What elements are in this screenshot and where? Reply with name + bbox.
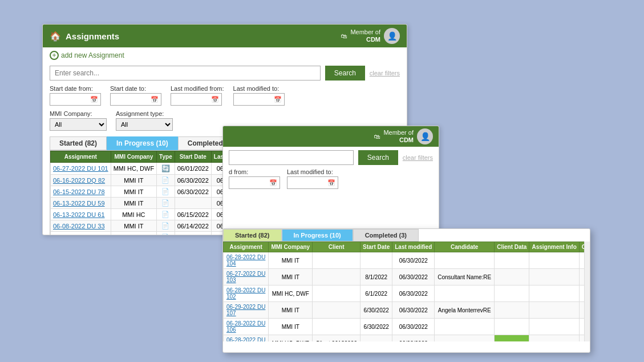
search-button[interactable]: Search xyxy=(325,66,365,81)
w3-col-assignment: Assignment xyxy=(224,242,269,252)
w3-col-modified: Last modified xyxy=(392,242,435,252)
search-bar: Search clear filters xyxy=(43,63,407,83)
calendar-icon-3[interactable]: 📅 xyxy=(211,96,219,103)
assignment-link[interactable]: 06-27-2022 DU 101 xyxy=(51,163,111,175)
w3-start xyxy=(361,335,392,342)
assignment-link[interactable]: 06-14-2022 DU 55 xyxy=(51,232,111,236)
w3-company: MMI IT xyxy=(269,269,313,285)
window3: Started (82) In Progress (10) Completed … xyxy=(222,228,590,353)
w3-tab-started[interactable]: Started (82) xyxy=(223,229,282,242)
assignment-type-select[interactable]: All xyxy=(116,118,173,131)
add-new-label: add new Assignment xyxy=(61,51,124,59)
w2-search-area: Search clear filters d from: 📅 Last modi… xyxy=(223,147,439,192)
w3-assignment-link[interactable]: 06-27-2022 DU103 xyxy=(224,269,269,285)
window1-header: 🏠 Assignments 🛍 Member of CDM 👤 xyxy=(43,25,407,47)
w3-tab-completed[interactable]: Completed (3) xyxy=(353,229,419,242)
col-assignment: Assignment xyxy=(51,151,111,163)
cal-icon-w2a[interactable]: 📅 xyxy=(269,179,277,187)
header-left: 🏠 Assignments xyxy=(50,31,119,42)
w2-search-input[interactable] xyxy=(229,150,354,165)
type-cell: 🔄 xyxy=(157,163,175,175)
page-title: Assignments xyxy=(66,31,119,41)
member-label-w2: Member of CDM xyxy=(383,129,414,144)
table-row: 06-28-2022 DU104 MMI IT 06/30/2022 xyxy=(224,252,590,269)
w3-c1 xyxy=(495,252,529,269)
w3-assignment-link[interactable]: 06-28-2022 DU108 xyxy=(224,335,269,342)
w3-col-assign-info: Assignment Info xyxy=(529,242,579,252)
assignment-link[interactable]: 06-13-2022 DU 61 xyxy=(51,209,111,220)
home-icon[interactable]: 🏠 xyxy=(50,31,61,42)
w2-lmt-input[interactable]: 📅 xyxy=(287,176,338,189)
w3-assignment-link[interactable]: 06-29-2022 DU107 xyxy=(224,302,269,319)
w3-header-row: Assignment MMI Company Client Start Date… xyxy=(224,242,590,252)
start-date-to-label: Start date to: xyxy=(110,85,161,92)
mmi-company-group: MMI Company: All xyxy=(50,110,107,131)
w3-col-start: Start Date xyxy=(361,242,392,252)
w3-company: MMI IT xyxy=(269,302,313,319)
w3-company: MMI IT xyxy=(269,319,313,335)
w3-client xyxy=(313,302,361,319)
assignment-type-group: Assignment type: All xyxy=(116,110,173,131)
search-input[interactable] xyxy=(50,66,321,81)
tab-inprogress[interactable]: In Progress (10) xyxy=(107,136,178,150)
w3-c2 xyxy=(529,269,579,285)
w3-client xyxy=(313,285,361,302)
last-mod-from-group: Last modified from: 📅 xyxy=(171,85,224,106)
company-cell: MMI IT xyxy=(111,186,156,198)
w3-modified: 06/28/2022 xyxy=(392,335,435,342)
w3-client xyxy=(313,252,361,269)
w3-company: MMI HC, DWF xyxy=(269,335,313,342)
clear-filters-link[interactable]: clear filters xyxy=(370,70,400,77)
calendar-icon-2[interactable]: 📅 xyxy=(151,96,159,103)
scrollbar[interactable] xyxy=(584,242,590,341)
start-date-from-input[interactable]: 📅 xyxy=(50,93,101,106)
member-of-w2: Member of xyxy=(383,129,414,136)
company-cell: MMI IT xyxy=(111,232,156,236)
table-row: 06-28-2022 DU102 MMI HC, DWF 6/1/2022 06… xyxy=(224,285,590,302)
w3-tab-inprogress[interactable]: In Progress (10) xyxy=(282,229,353,242)
w3-table: Assignment MMI Company Client Start Date… xyxy=(223,242,590,341)
cal-icon-w2b[interactable]: 📅 xyxy=(327,179,335,187)
start-date-to-group: Start date to: 📅 xyxy=(110,85,161,106)
last-mod-from-input[interactable]: 📅 xyxy=(171,93,222,106)
w3-client xyxy=(313,269,361,285)
mmi-company-select[interactable]: All xyxy=(50,118,107,131)
start-date-to-input[interactable]: 📅 xyxy=(110,93,161,106)
window2: 🛍 Member of CDM 👤 Search clear filters d… xyxy=(222,126,439,240)
table-row: 06-28-2022 DU106 MMI IT 6/30/2022 06/30/… xyxy=(224,319,590,335)
w2-clear-filters[interactable]: clear filters xyxy=(403,154,433,161)
w3-candidate xyxy=(435,335,495,342)
member-name-w2: CDM xyxy=(383,136,414,144)
w3-c1 xyxy=(495,302,529,319)
assignment-link[interactable]: 06-08-2022 DU 33 xyxy=(51,220,111,232)
w3-candidate xyxy=(435,319,495,335)
w3-assignment-link[interactable]: 06-28-2022 DU102 xyxy=(224,285,269,302)
w3-assignment-link[interactable]: 06-28-2022 DU106 xyxy=(224,319,269,335)
w2-search-button[interactable]: Search xyxy=(358,150,398,165)
type-cell: 📄 xyxy=(157,220,175,232)
assignment-link[interactable]: 06-13-2022 DU 59 xyxy=(51,198,111,209)
last-mod-to-label: Last modified to: xyxy=(233,85,285,92)
w3-modified: 06/30/2022 xyxy=(392,269,435,285)
w3-c2 xyxy=(529,285,579,302)
add-new-assignment[interactable]: + add new Assignment xyxy=(43,47,407,63)
w3-table-wrap: Assignment MMI Company Client Start Date… xyxy=(223,242,590,341)
assignment-link[interactable]: 06-15-2022 DU 78 xyxy=(51,186,111,198)
start-cell: 06/15/2022 xyxy=(175,209,211,220)
last-mod-to-input[interactable]: 📅 xyxy=(233,93,285,106)
w3-c2 xyxy=(529,302,579,319)
tab-started[interactable]: Started (82) xyxy=(50,136,107,150)
w3-start xyxy=(361,252,392,269)
calendar-icon-4[interactable]: 📅 xyxy=(274,96,282,103)
w3-assignment-link[interactable]: 06-28-2022 DU104 xyxy=(224,252,269,269)
w2-lmf-input[interactable]: 📅 xyxy=(229,176,280,189)
type-cell: 📄 xyxy=(157,232,175,236)
assignment-link[interactable]: 06-16-2022 DQ 82 xyxy=(51,175,111,186)
w3-modified: 06/30/2022 xyxy=(392,252,435,269)
w3-c1 xyxy=(495,335,529,342)
w3-company: MMI HC, DWF xyxy=(269,285,313,302)
calendar-icon[interactable]: 📅 xyxy=(90,96,98,103)
company-cell: MMI IT xyxy=(111,175,156,186)
window2-header: 🛍 Member of CDM 👤 xyxy=(223,126,439,147)
w3-c1 xyxy=(495,269,529,285)
